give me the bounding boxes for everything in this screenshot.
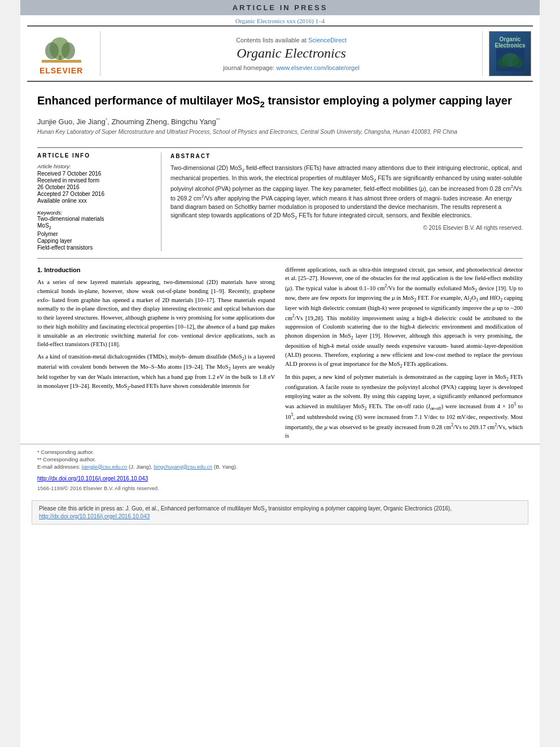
keyword-5: Field-effect transistors — [37, 244, 153, 251]
journal-header: ELSEVIER Contents lists available at Sci… — [27, 25, 533, 82]
thumbnail-graphic — [496, 49, 524, 71]
journal-cover-thumbnail: Organic Electronics — [489, 31, 531, 76]
keywords-section: Keywords: Two-dimensional materials MoS2… — [37, 209, 153, 251]
journal-reference: Organic Electronics xxx (2016) 1–4 — [20, 15, 540, 25]
journal-info-center: Contents lists available at ScienceDirec… — [100, 31, 482, 76]
footnote-emails: E-mail addresses: jiangjie@csu.edu.cn (J… — [37, 464, 523, 470]
journal-title: Organic Electronics — [237, 46, 346, 61]
main-col-left: 1. Introduction As a series of new layer… — [37, 265, 275, 444]
main-col-right: different applications, such as ultra-th… — [285, 265, 523, 444]
svg-rect-4 — [42, 60, 81, 63]
article-info-column: ARTICLE INFO Article history: Received 7… — [37, 152, 161, 251]
svg-point-2 — [45, 42, 59, 59]
elsevier-tree-icon — [42, 33, 81, 64]
received-revised-label: Received in revised form — [37, 177, 153, 184]
footnote-star2: ** Corresponding author. — [37, 456, 523, 462]
email-link-2[interactable]: bingchuyang@csu.edu.cn — [154, 464, 212, 470]
received-date: Received 7 October 2016 — [37, 171, 153, 177]
footnotes-section: * Corresponding author. ** Corresponding… — [20, 444, 540, 473]
section-divider — [37, 258, 523, 259]
keywords-label: Keywords: — [37, 209, 153, 216]
journal-homepage-link[interactable]: www.elsevier.com/locate/orgel — [276, 64, 359, 71]
article-title: Enhanced performance of multilayer MoS2 … — [37, 93, 523, 110]
journal-thumbnail-area: Organic Electronics — [482, 31, 533, 76]
elsevier-logo-area: ELSEVIER — [27, 31, 100, 76]
intro-para-1: As a series of new layered materials app… — [37, 278, 275, 349]
elsevier-brand-text: ELSEVIER — [40, 66, 83, 75]
keyword-2: MoS2 — [37, 222, 153, 230]
abstract-text: Two-dimensional (2D) MoS2 field-effect t… — [170, 164, 523, 221]
abstract-column: ABSTRACT Two-dimensional (2D) MoS2 field… — [161, 152, 523, 251]
doi-line: http://dx.doi.org/10.1016/j.orgel.2016.1… — [20, 473, 540, 484]
footnote-star1: * Corresponding author. — [37, 449, 523, 455]
intro-para-3: different applications, such as ultra-th… — [285, 265, 523, 370]
keyword-3: Polymer — [37, 231, 153, 237]
keyword-4: Capping layer — [37, 238, 153, 244]
authors-line: Junjie Guo, Jie Jiang*, Zhouming Zheng, … — [37, 117, 523, 126]
history-label: Article history: — [37, 163, 153, 169]
accepted-date: Accepted 27 October 2016 — [37, 191, 153, 197]
copyright-line: © 2016 Elsevier B.V. All rights reserved… — [170, 224, 523, 233]
article-info-heading: ARTICLE INFO — [37, 152, 153, 159]
keyword-1: Two-dimensional materials — [37, 216, 153, 222]
email-link-1[interactable]: jiangjie@csu.edu.cn — [82, 464, 128, 470]
main-content: 1. Introduction As a series of new layer… — [20, 265, 540, 444]
available-online: Available online xxx — [37, 198, 153, 204]
intro-para-2: As a kind of transition-metal dichalcoge… — [37, 352, 275, 391]
svg-point-3 — [62, 42, 75, 59]
sciencedirect-link[interactable]: ScienceDirect — [308, 37, 347, 43]
citation-box: Please cite this article in press as: J.… — [32, 500, 528, 525]
info-abstract-section: ARTICLE INFO Article history: Received 7… — [37, 147, 523, 251]
homepage-line: journal homepage: www.elsevier.com/locat… — [223, 64, 360, 71]
license-line: 1566-1199/© 2016 Elsevier B.V. All right… — [20, 484, 540, 496]
received-revised-date: 26 October 2016 — [37, 184, 153, 190]
svg-point-8 — [512, 57, 523, 68]
article-in-press-banner: ARTICLE IN PRESS — [20, 0, 540, 15]
citation-doi-link[interactable]: http://dx.doi.org/10.1016/j.orgel.2016.1… — [39, 513, 150, 519]
sciencedirect-line: Contents lists available at ScienceDirec… — [236, 37, 347, 43]
doi-link[interactable]: http://dx.doi.org/10.1016/j.orgel.2016.1… — [37, 475, 148, 482]
article-title-section: Enhanced performance of multilayer MoS2 … — [20, 82, 540, 142]
svg-point-7 — [497, 57, 509, 68]
affiliation-line: Hunan Key Laboratory of Super Microstruc… — [37, 129, 523, 135]
section1-heading: 1. Introduction — [37, 265, 275, 275]
intro-para-4: In this paper, a new kind of polymer mat… — [285, 373, 523, 440]
abstract-heading: ABSTRACT — [170, 152, 523, 161]
